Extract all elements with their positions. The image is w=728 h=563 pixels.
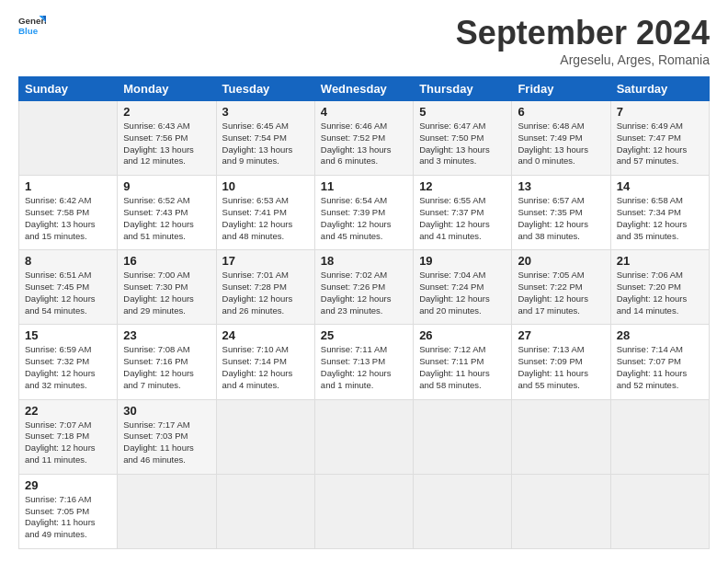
month-title: September 2024 — [456, 14, 710, 52]
day-info: Sunrise: 7:14 AMSunset: 7:07 PMDaylight:… — [617, 344, 703, 391]
calendar-cell: 22Sunrise: 7:07 AMSunset: 7:18 PMDayligh… — [19, 399, 118, 474]
page: General Blue September 2024 Argeselu, Ar… — [0, 0, 728, 563]
day-info: Sunrise: 7:04 AMSunset: 7:24 PMDaylight:… — [419, 270, 506, 316]
day-number: 12 — [419, 179, 506, 193]
day-number: 14 — [617, 179, 703, 193]
day-info: Sunrise: 6:51 AMSunset: 7:45 PMDaylight:… — [25, 270, 111, 316]
calendar-cell: 18Sunrise: 7:02 AMSunset: 7:26 PMDayligh… — [314, 250, 413, 325]
calendar-cell: 30Sunrise: 7:17 AMSunset: 7:03 PMDayligh… — [118, 399, 216, 474]
day-info: Sunrise: 6:42 AMSunset: 7:58 PMDaylight:… — [25, 195, 111, 242]
calendar-cell — [414, 474, 512, 548]
day-number: 21 — [617, 254, 703, 268]
calendar-cell: 6Sunrise: 6:48 AMSunset: 7:49 PMDaylight… — [512, 101, 610, 176]
day-info: Sunrise: 6:43 AMSunset: 7:56 PMDaylight:… — [123, 121, 210, 167]
table-row: 2Sunrise: 6:43 AMSunset: 7:56 PMDaylight… — [19, 101, 710, 176]
day-info: Sunrise: 7:16 AMSunset: 7:05 PMDaylight:… — [25, 494, 111, 541]
calendar-cell: 1Sunrise: 6:42 AMSunset: 7:58 PMDaylight… — [19, 176, 118, 250]
day-info: Sunrise: 6:59 AMSunset: 7:32 PMDaylight:… — [25, 344, 111, 391]
calendar-cell: 23Sunrise: 7:08 AMSunset: 7:16 PMDayligh… — [118, 325, 216, 399]
day-info: Sunrise: 7:00 AMSunset: 7:30 PMDaylight:… — [123, 270, 210, 316]
day-number: 13 — [518, 179, 604, 193]
col-monday: Monday — [118, 77, 216, 101]
day-info: Sunrise: 7:12 AMSunset: 7:11 PMDaylight:… — [419, 344, 506, 391]
calendar-cell: 9Sunrise: 6:52 AMSunset: 7:43 PMDaylight… — [118, 176, 216, 250]
calendar-cell: 24Sunrise: 7:10 AMSunset: 7:14 PMDayligh… — [216, 325, 314, 399]
day-number: 27 — [518, 328, 604, 342]
day-number: 11 — [321, 179, 407, 193]
calendar-cell: 26Sunrise: 7:12 AMSunset: 7:11 PMDayligh… — [414, 325, 512, 399]
logo-icon: General Blue — [18, 14, 46, 40]
calendar-cell — [314, 399, 413, 474]
calendar-cell: 28Sunrise: 7:14 AMSunset: 7:07 PMDayligh… — [610, 325, 709, 399]
day-number: 15 — [25, 328, 111, 342]
col-tuesday: Tuesday — [216, 77, 314, 101]
col-saturday: Saturday — [610, 77, 709, 101]
day-number: 29 — [25, 478, 111, 492]
table-row: 15Sunrise: 6:59 AMSunset: 7:32 PMDayligh… — [19, 325, 710, 399]
day-info: Sunrise: 7:13 AMSunset: 7:09 PMDaylight:… — [518, 344, 604, 391]
table-row: 22Sunrise: 7:07 AMSunset: 7:18 PMDayligh… — [19, 399, 710, 474]
day-number: 24 — [222, 328, 309, 342]
day-number: 17 — [222, 254, 309, 268]
calendar-header-row: Sunday Monday Tuesday Wednesday Thursday… — [19, 77, 710, 101]
day-number: 10 — [222, 179, 309, 193]
day-info: Sunrise: 7:01 AMSunset: 7:28 PMDaylight:… — [222, 270, 309, 316]
calendar-cell: 13Sunrise: 6:57 AMSunset: 7:35 PMDayligh… — [512, 176, 610, 250]
calendar-cell — [610, 474, 709, 548]
calendar-cell: 14Sunrise: 6:58 AMSunset: 7:34 PMDayligh… — [610, 176, 709, 250]
day-number: 30 — [123, 404, 210, 418]
calendar-cell: 11Sunrise: 6:54 AMSunset: 7:39 PMDayligh… — [314, 176, 413, 250]
day-info: Sunrise: 7:05 AMSunset: 7:22 PMDaylight:… — [518, 270, 604, 316]
calendar-cell — [216, 399, 314, 474]
calendar-cell: 17Sunrise: 7:01 AMSunset: 7:28 PMDayligh… — [216, 250, 314, 325]
svg-text:Blue: Blue — [18, 26, 39, 36]
calendar-cell — [610, 399, 709, 474]
day-number: 26 — [419, 328, 506, 342]
table-row: 8Sunrise: 6:51 AMSunset: 7:45 PMDaylight… — [19, 250, 710, 325]
calendar-cell: 5Sunrise: 6:47 AMSunset: 7:50 PMDaylight… — [414, 101, 512, 176]
calendar-cell: 29Sunrise: 7:16 AMSunset: 7:05 PMDayligh… — [19, 474, 118, 548]
day-number: 22 — [25, 404, 111, 418]
calendar-cell: 10Sunrise: 6:53 AMSunset: 7:41 PMDayligh… — [216, 176, 314, 250]
day-info: Sunrise: 6:55 AMSunset: 7:37 PMDaylight:… — [419, 195, 506, 242]
day-number: 3 — [222, 105, 309, 119]
day-info: Sunrise: 6:49 AMSunset: 7:47 PMDaylight:… — [617, 121, 703, 167]
day-number: 9 — [123, 179, 210, 193]
calendar-cell — [512, 474, 610, 548]
day-info: Sunrise: 6:53 AMSunset: 7:41 PMDaylight:… — [222, 195, 309, 242]
col-sunday: Sunday — [19, 77, 118, 101]
day-number: 16 — [123, 254, 210, 268]
col-friday: Friday — [512, 77, 610, 101]
calendar-cell: 25Sunrise: 7:11 AMSunset: 7:13 PMDayligh… — [314, 325, 413, 399]
calendar-cell: 20Sunrise: 7:05 AMSunset: 7:22 PMDayligh… — [512, 250, 610, 325]
calendar: Sunday Monday Tuesday Wednesday Thursday… — [18, 76, 710, 549]
day-info: Sunrise: 6:58 AMSunset: 7:34 PMDaylight:… — [617, 195, 703, 242]
calendar-cell — [512, 399, 610, 474]
col-thursday: Thursday — [414, 77, 512, 101]
calendar-cell: 3Sunrise: 6:45 AMSunset: 7:54 PMDaylight… — [216, 101, 314, 176]
day-info: Sunrise: 6:52 AMSunset: 7:43 PMDaylight:… — [123, 195, 210, 242]
day-info: Sunrise: 6:45 AMSunset: 7:54 PMDaylight:… — [222, 121, 309, 167]
day-info: Sunrise: 7:07 AMSunset: 7:18 PMDaylight:… — [25, 419, 111, 466]
calendar-cell — [19, 101, 118, 176]
day-number: 19 — [419, 254, 506, 268]
subtitle: Argeselu, Arges, Romania — [456, 52, 710, 67]
day-number: 7 — [617, 105, 703, 119]
day-info: Sunrise: 7:06 AMSunset: 7:20 PMDaylight:… — [617, 270, 703, 316]
day-number: 4 — [321, 105, 407, 119]
calendar-cell: 12Sunrise: 6:55 AMSunset: 7:37 PMDayligh… — [414, 176, 512, 250]
calendar-cell: 16Sunrise: 7:00 AMSunset: 7:30 PMDayligh… — [118, 250, 216, 325]
day-info: Sunrise: 6:47 AMSunset: 7:50 PMDaylight:… — [419, 121, 506, 167]
day-number: 6 — [518, 105, 604, 119]
day-info: Sunrise: 6:48 AMSunset: 7:49 PMDaylight:… — [518, 121, 604, 167]
table-row: 29Sunrise: 7:16 AMSunset: 7:05 PMDayligh… — [19, 474, 710, 548]
calendar-cell — [216, 474, 314, 548]
day-info: Sunrise: 7:17 AMSunset: 7:03 PMDaylight:… — [123, 419, 210, 466]
calendar-cell: 4Sunrise: 6:46 AMSunset: 7:52 PMDaylight… — [314, 101, 413, 176]
day-number: 2 — [123, 105, 210, 119]
day-number: 5 — [419, 105, 506, 119]
calendar-cell: 7Sunrise: 6:49 AMSunset: 7:47 PMDaylight… — [610, 101, 709, 176]
title-section: September 2024 Argeselu, Arges, Romania — [456, 14, 710, 67]
day-info: Sunrise: 6:57 AMSunset: 7:35 PMDaylight:… — [518, 195, 604, 242]
header: General Blue September 2024 Argeselu, Ar… — [18, 14, 710, 67]
